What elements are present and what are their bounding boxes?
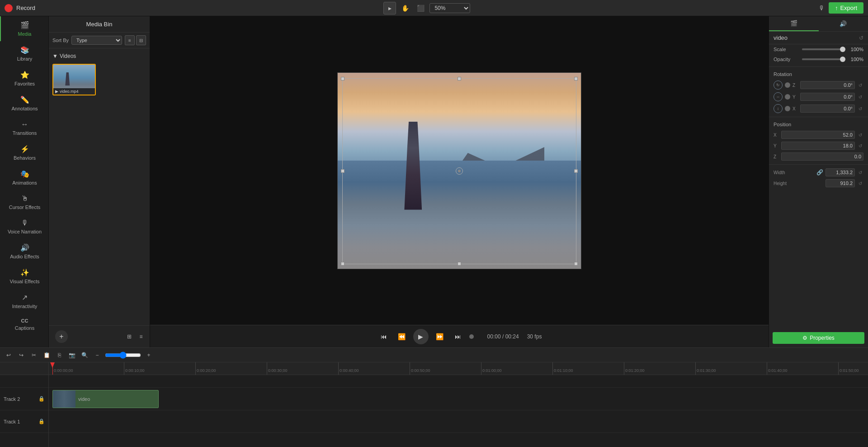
sidebar-item-interactivity[interactable]: ↗ Interactivity (0, 289, 48, 314)
position-y-reset[interactable]: ↺ (857, 143, 863, 149)
skip-forward-btn[interactable]: ⏭ (451, 330, 465, 343)
snapshot-btn[interactable]: 📷 (67, 350, 77, 360)
library-icon: 📚 (20, 46, 29, 54)
sidebar-item-media[interactable]: 🎬 Media (0, 16, 48, 41)
video-clip-thumb (53, 390, 75, 408)
sidebar-item-animations[interactable]: 🎭 Animations (0, 165, 48, 190)
rotation-y-circle (785, 94, 790, 100)
rotation-y-axis: Y (793, 95, 798, 100)
videos-section: ▼ Videos ▶ video.mp4 (49, 48, 150, 101)
opacity-slider-thumb[interactable] (840, 57, 845, 62)
play-btn[interactable]: ▶ (413, 329, 429, 344)
timeline-zoom-slider[interactable] (105, 352, 141, 359)
cursor-effects-icon: 🖱 (21, 195, 28, 203)
grid-view-btn[interactable]: ⊞ (124, 332, 134, 342)
sidebar-label-annotations: Annotations (11, 106, 38, 111)
props-tab-audio[interactable]: 🔊 (819, 16, 868, 31)
rotation-z-input[interactable] (800, 81, 855, 89)
position-z-row: Z (769, 151, 868, 162)
timeline-track-labels: Track 2 🔒 Track 1 🔒 (0, 362, 49, 447)
animations-icon: 🎭 (20, 170, 29, 178)
crop-tool-btn[interactable]: ⬛ (414, 2, 427, 14)
ruler-text: 0:01:40;00 (768, 368, 788, 373)
track2-lock-btn[interactable]: 🔒 (38, 396, 45, 402)
width-input[interactable] (826, 168, 855, 176)
add-media-btn[interactable]: + (55, 330, 68, 343)
sort-asc-btn[interactable]: ≡ (125, 35, 135, 45)
scale-slider-thumb[interactable] (840, 47, 845, 52)
sidebar-label-transitions: Transitions (13, 130, 37, 136)
frame-forward-btn[interactable]: ⏩ (433, 330, 447, 343)
video-sea (338, 161, 581, 268)
sort-icons: ≡ ⊟ (125, 35, 146, 45)
playhead[interactable] (52, 362, 53, 375)
sidebar-item-transitions[interactable]: ↔ Transitions (0, 116, 48, 140)
zoom-minus-btn[interactable]: − (92, 350, 102, 360)
props-refresh-btn[interactable]: ↺ (859, 35, 863, 41)
position-z-input[interactable] (781, 152, 863, 161)
rotation-y-reset[interactable]: ↺ (857, 94, 863, 100)
track2-name: Track 2 (4, 396, 20, 402)
rotation-z-reset[interactable]: ↺ (857, 82, 863, 88)
copy-btn[interactable]: 📋 (42, 350, 52, 360)
timeline-track-1 (49, 410, 868, 433)
sidebar-item-behaviors[interactable]: ⚡ Behaviors (0, 140, 48, 165)
sidebar-item-audio-effects[interactable]: 🔊 Audio Effects (0, 239, 48, 264)
undo-btn[interactable]: ↩ (4, 350, 14, 360)
select-tool-btn[interactable]: ▸ (383, 2, 396, 14)
width-reset[interactable]: ↺ (857, 169, 863, 176)
topbar-right: 🎙 ↑ Export (819, 2, 863, 14)
export-button[interactable]: ↑ Export (829, 2, 863, 14)
video-clip[interactable]: video (52, 390, 159, 408)
sidebar-item-cursor-effects[interactable]: 🖱 Cursor Effects (0, 190, 48, 214)
frame-back-btn[interactable]: ⏪ (395, 330, 409, 343)
paste-btn[interactable]: ⎘ (54, 350, 64, 360)
zoom-select[interactable]: 50% 25% 75% 100% Fit (429, 3, 470, 13)
scale-slider-fill (802, 48, 843, 50)
skip-back-btn[interactable]: ⏮ (377, 330, 391, 343)
favorites-icon: ⭐ (20, 71, 29, 79)
cut-btn[interactable]: ✂ (29, 350, 39, 360)
track1-label: Track 1 🔒 (0, 410, 48, 433)
track2-label: Track 2 🔒 (0, 388, 48, 410)
ruler-text: 0:00:30;00 (268, 368, 288, 373)
record-dot[interactable] (469, 334, 474, 339)
props-tab-video[interactable]: 🎬 (769, 16, 819, 31)
timeline-body: Track 2 🔒 Track 1 🔒 0:00:00;000:00:10;00… (0, 362, 868, 447)
height-input[interactable] (826, 179, 855, 187)
sort-desc-btn[interactable]: ⊟ (136, 35, 146, 45)
video-thumb-item[interactable]: ▶ video.mp4 (52, 64, 96, 95)
sidebar-item-captions[interactable]: CC Captions (0, 314, 48, 335)
list-view-btn[interactable]: ≡ (136, 332, 146, 342)
video-preview (337, 72, 581, 269)
rotation-x-reset[interactable]: ↺ (857, 105, 863, 112)
scale-slider[interactable] (802, 48, 843, 50)
rotation-y-input[interactable] (800, 93, 855, 101)
position-x-input[interactable] (781, 131, 855, 139)
sidebar-item-voice-narration[interactable]: 🎙 Voice Narration (0, 214, 48, 239)
sidebar-item-annotations[interactable]: ✏️ Annotations (0, 91, 48, 116)
position-x-reset[interactable]: ↺ (857, 132, 863, 138)
redo-btn[interactable]: ↪ (16, 350, 26, 360)
sort-select[interactable]: Type Name Date Duration (71, 36, 122, 45)
rotation-x-input[interactable] (800, 105, 855, 113)
height-reset[interactable]: ↺ (857, 180, 863, 186)
sidebar-item-library[interactable]: 📚 Library (0, 41, 48, 66)
position-y-input[interactable] (781, 142, 855, 150)
opacity-slider[interactable] (802, 58, 843, 60)
behaviors-icon: ⚡ (20, 145, 29, 153)
position-x-row: X ↺ (769, 129, 868, 140)
interactivity-icon: ↗ (22, 293, 28, 302)
videos-header[interactable]: ▼ Videos (52, 51, 146, 61)
hand-tool-btn[interactable]: ✋ (399, 2, 411, 14)
zoom-plus-btn[interactable]: + (144, 350, 154, 360)
preview-canvas (150, 16, 769, 325)
main-area: 🎬 Media 📚 Library ⭐ Favorites ✏️ Annotat… (0, 16, 868, 347)
properties-button[interactable]: ⚙ Properties (773, 332, 864, 344)
ruler-text: 0:01:20;00 (625, 368, 645, 373)
video-clip-label: video (75, 396, 93, 402)
track1-lock-btn[interactable]: 🔒 (38, 418, 45, 424)
sidebar-item-visual-effects[interactable]: ✨ Visual Effects (0, 264, 48, 289)
link-icon: 🔗 (816, 169, 823, 176)
sidebar-item-favorites[interactable]: ⭐ Favorites (0, 66, 48, 91)
